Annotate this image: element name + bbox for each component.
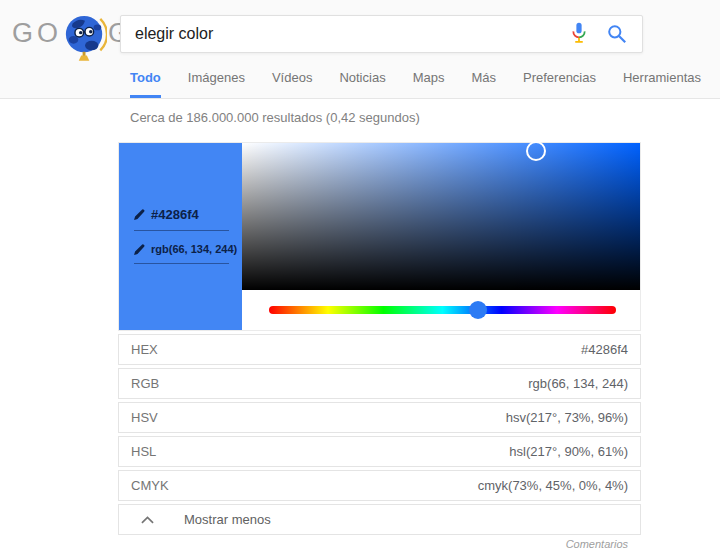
table-row-hsv: HSV hsv(217°, 73%, 96%) [118,402,641,433]
row-value: hsl(217°, 90%, 61%) [509,444,628,459]
row-value: cmyk(73%, 45%, 0%, 4%) [478,478,628,493]
voice-search-button[interactable] [560,18,598,50]
feedback-link[interactable]: Comentarios [566,538,628,550]
row-label: RGB [131,376,159,391]
table-row-hex: HEX #4286f4 [118,334,641,365]
row-value: #4286f4 [581,342,628,357]
tab-noticias[interactable]: Noticias [339,70,385,98]
hex-edit-field[interactable]: #4286f4 [134,207,229,231]
color-values-table: HEX #4286f4 RGB rgb(66, 134, 244) HSV hs… [118,334,641,535]
tab-todo[interactable]: Todo [130,70,161,98]
row-value: rgb(66, 134, 244) [528,376,628,391]
show-less-label: Mostrar menos [184,512,271,527]
tab-herramientas[interactable]: Herramientas [623,70,701,98]
result-tabs: Todo Imágenes Vídeos Noticias Maps Más P… [130,70,701,98]
result-stats: Cerca de 186.000.000 resultados (0,42 se… [130,110,420,125]
row-label: HEX [131,342,158,357]
hue-slider-track[interactable] [269,306,616,314]
search-input[interactable] [121,16,560,52]
tab-maps[interactable]: Maps [413,70,445,98]
search-submit-button[interactable] [598,18,636,50]
hex-value-label: #4286f4 [151,207,199,222]
globe-doodle-icon [63,10,107,62]
rgb-edit-field[interactable]: rgb(66, 134, 244) [134,243,229,264]
hue-slider-row [242,290,640,330]
search-header: GO GLE [0,0,720,99]
search-box [120,15,643,53]
pencil-icon [134,209,145,220]
row-label: CMYK [131,478,169,493]
row-label: HSL [131,444,156,459]
microphone-icon [570,21,588,47]
table-row-hsl: HSL hsl(217°, 90%, 61%) [118,436,641,467]
color-selection-marker[interactable] [526,141,546,161]
magnifier-icon [607,24,627,44]
show-less-button[interactable]: Mostrar menos [118,504,641,535]
logo-text-left: GO [12,18,62,49]
color-picker-widget: #4286f4 rgb(66, 134, 244) HEX [118,142,641,538]
pencil-icon [134,244,145,255]
tab-videos[interactable]: Vídeos [272,70,312,98]
chevron-up-icon [141,516,154,524]
table-row-rgb: RGB rgb(66, 134, 244) [118,368,641,399]
row-label: HSV [131,410,158,425]
rgb-value-label: rgb(66, 134, 244) [151,243,237,255]
saturation-value-gradient[interactable] [242,143,640,290]
tab-preferencias[interactable]: Preferencias [523,70,596,98]
tab-imagenes[interactable]: Imágenes [188,70,245,98]
color-picker-canvas-area: #4286f4 rgb(66, 134, 244) [118,142,641,331]
table-row-cmyk: CMYK cmyk(73%, 45%, 0%, 4%) [118,470,641,501]
tab-mas[interactable]: Más [471,70,496,98]
row-value: hsv(217°, 73%, 96%) [506,410,628,425]
hue-slider-thumb[interactable] [469,301,487,319]
google-search-page: GO GLE [0,0,720,560]
selected-color-panel: #4286f4 rgb(66, 134, 244) [119,143,242,330]
